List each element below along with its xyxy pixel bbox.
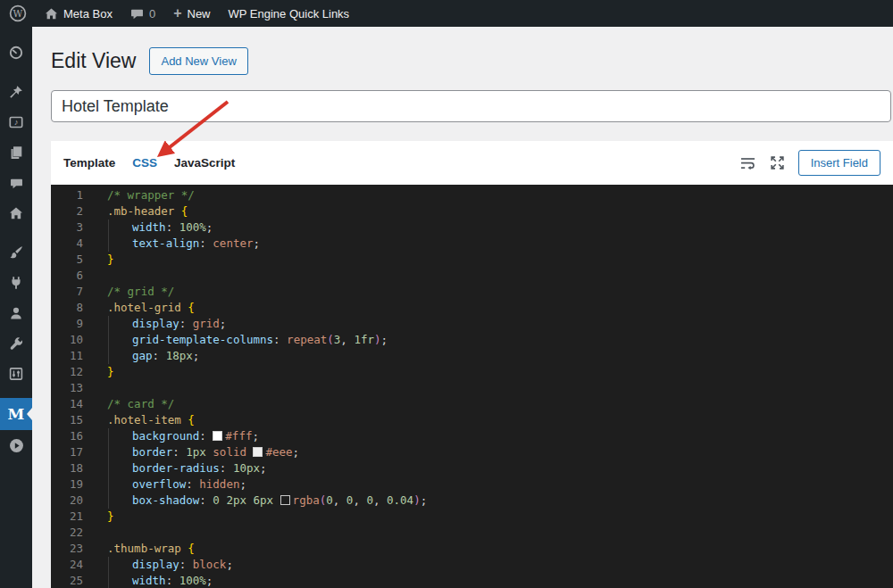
main-content: Edit View Add New View Template CSS Java… (32, 27, 893, 588)
sidebar-item-plugins[interactable] (0, 268, 32, 298)
line-number: 21 (51, 509, 83, 525)
code-line: 9display: grid; (51, 316, 893, 332)
plus-icon: + (173, 6, 181, 21)
sidebar-item-hotel[interactable] (0, 198, 32, 228)
line-number: 8 (51, 300, 83, 316)
code-line: 19overflow: hidden; (51, 476, 893, 493)
admin-bar: W Meta Box 0 + New WP Engine Quick Links (0, 0, 893, 27)
line-number: 11 (51, 348, 83, 364)
line-number: 1 (51, 187, 83, 203)
line-number: 7 (51, 284, 83, 300)
fullscreen-icon[interactable] (770, 155, 785, 170)
code-line: 12} (51, 364, 893, 380)
code-line: 21} (51, 509, 893, 525)
tools-wrench-icon (9, 336, 23, 351)
color-swatch (253, 447, 263, 457)
code-line: 5} (51, 252, 893, 268)
dashboard-icon (9, 46, 23, 60)
line-number: 25 (51, 573, 83, 588)
code-line: 25width: 100%; (51, 573, 893, 588)
comments-menu[interactable]: 0 (121, 0, 164, 27)
tab-javascript[interactable]: JavaScript (174, 156, 235, 170)
tab-css[interactable]: CSS (132, 156, 157, 170)
sidebar-item-tools[interactable] (0, 328, 32, 359)
add-new-view-button[interactable]: Add New View (149, 47, 247, 75)
line-number: 20 (51, 493, 83, 509)
code-line: 7/* grid */ (51, 284, 893, 300)
code-line: 1/* wrapper */ (51, 187, 893, 203)
line-number: 6 (51, 268, 83, 284)
wp-engine-quick-links-menu[interactable]: WP Engine Quick Links (220, 0, 359, 27)
sidebar-item-pages[interactable] (0, 137, 32, 168)
sidebar-item-users[interactable] (0, 298, 32, 328)
sidebar-item-settings[interactable] (0, 359, 32, 389)
sidebar-item-video[interactable] (0, 430, 32, 460)
line-number: 18 (51, 460, 83, 476)
posts-pin-icon (9, 85, 23, 99)
pages-icon (9, 145, 23, 160)
line-number: 3 (51, 219, 83, 236)
code-area: 1/* wrapper */2.mb-header {3width: 100%;… (51, 187, 893, 588)
line-number: 22 (51, 525, 83, 541)
editor-tabs: Template CSS JavaScript (63, 156, 235, 170)
code-line: 15.hotel-item { (51, 412, 893, 428)
view-title-input[interactable] (51, 90, 891, 122)
soft-wrap-icon[interactable] (739, 155, 756, 170)
site-name: Meta Box (63, 7, 113, 21)
line-number: 5 (51, 252, 83, 268)
code-line: 10grid-template-columns: repeat(3, 1fr); (51, 332, 893, 348)
wordpress-logo-menu[interactable]: W (0, 0, 36, 27)
line-number: 2 (51, 203, 83, 219)
comment-bubble-icon (130, 7, 144, 21)
sidebar-item-metabox[interactable]: M (0, 398, 32, 430)
sidebar-item-media[interactable]: ♪ (0, 107, 32, 137)
media-icon: ♪ (9, 115, 23, 129)
tab-template[interactable]: Template (63, 156, 115, 170)
line-number: 9 (51, 316, 83, 332)
code-line: 22 (51, 525, 893, 541)
users-icon (9, 306, 23, 320)
line-number: 4 (51, 236, 83, 252)
code-line: 6 (51, 268, 893, 284)
settings-sliders-icon (9, 367, 23, 381)
comments-icon (10, 177, 23, 190)
appearance-brush-icon (9, 245, 23, 260)
wp-engine-label: WP Engine Quick Links (229, 7, 350, 21)
code-editor[interactable]: 1/* wrapper */2.mb-header {3width: 100%;… (51, 185, 893, 588)
sidebar-item-appearance[interactable] (0, 237, 32, 268)
code-line: 3width: 100%; (51, 219, 893, 236)
line-number: 15 (51, 412, 83, 428)
site-name-menu[interactable]: Meta Box (36, 0, 121, 27)
line-number: 17 (51, 444, 83, 460)
code-line: 24display: block; (51, 557, 893, 573)
wordpress-logo-icon: W (9, 4, 27, 22)
color-swatch (280, 495, 290, 505)
new-label: New (188, 7, 211, 21)
sidebar-item-comments[interactable] (0, 168, 32, 198)
admin-sidebar: ♪ (0, 27, 32, 588)
code-line: 20box-shadow: 0 2px 6px rgba(0, 0, 0, 0.… (51, 493, 893, 509)
code-line: 18border-radius: 10px; (51, 460, 893, 476)
line-number: 14 (51, 396, 83, 412)
insert-field-button[interactable]: Insert Field (798, 150, 880, 176)
color-swatch (213, 431, 222, 441)
svg-text:♪: ♪ (14, 117, 19, 127)
code-line: 13 (51, 380, 893, 396)
sidebar-item-posts[interactable] (0, 77, 32, 107)
code-line: 14/* card */ (51, 396, 893, 412)
home-icon (45, 7, 58, 21)
sidebar-item-dashboard[interactable] (0, 37, 32, 68)
line-number: 23 (51, 541, 83, 557)
metabox-icon: M (8, 405, 25, 423)
editor-toolbar: Template CSS JavaScript (51, 141, 893, 185)
home-icon (9, 206, 23, 220)
code-line: 4text-align: center; (51, 236, 893, 252)
line-number: 13 (51, 380, 83, 396)
new-menu[interactable]: + New (164, 0, 219, 27)
line-number: 19 (51, 476, 83, 493)
code-line: 17border: 1px solid #eee; (51, 444, 893, 460)
comment-count: 0 (149, 7, 155, 21)
line-number: 16 (51, 428, 83, 444)
code-line: 8.hotel-grid { (51, 300, 893, 316)
svg-text:W: W (13, 8, 23, 19)
